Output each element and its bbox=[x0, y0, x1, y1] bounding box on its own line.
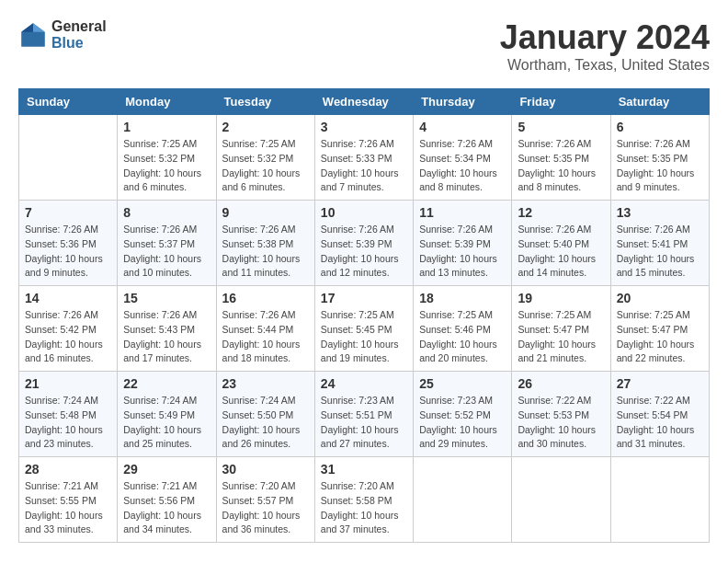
location-title: Wortham, Texas, United States bbox=[500, 57, 710, 74]
table-row: 18Sunrise: 7:25 AMSunset: 5:46 PMDayligh… bbox=[414, 286, 512, 372]
day-number: 3 bbox=[321, 120, 407, 134]
calendar-week-row: 28Sunrise: 7:21 AMSunset: 5:55 PMDayligh… bbox=[19, 457, 710, 543]
table-row: 9Sunrise: 7:26 AMSunset: 5:38 PMDaylight… bbox=[216, 201, 314, 286]
day-number: 22 bbox=[123, 376, 210, 391]
day-number: 23 bbox=[222, 376, 309, 391]
table-row: 4Sunrise: 7:26 AMSunset: 5:34 PMDaylight… bbox=[414, 115, 512, 201]
day-info: Sunrise: 7:23 AMSunset: 5:52 PMDaylight:… bbox=[419, 394, 506, 452]
svg-marker-1 bbox=[33, 23, 45, 32]
day-info: Sunrise: 7:25 AMSunset: 5:32 PMDaylight:… bbox=[222, 137, 309, 195]
day-number: 9 bbox=[222, 205, 309, 220]
day-number: 21 bbox=[25, 376, 111, 391]
table-row bbox=[414, 457, 512, 543]
table-row: 5Sunrise: 7:26 AMSunset: 5:35 PMDaylight… bbox=[512, 115, 610, 201]
day-number: 20 bbox=[617, 291, 703, 305]
day-info: Sunrise: 7:25 AMSunset: 5:32 PMDaylight:… bbox=[123, 137, 210, 195]
svg-marker-2 bbox=[21, 23, 33, 32]
day-number: 14 bbox=[25, 291, 111, 305]
table-row: 21Sunrise: 7:24 AMSunset: 5:48 PMDayligh… bbox=[19, 372, 118, 457]
day-info: Sunrise: 7:26 AMSunset: 5:35 PMDaylight:… bbox=[518, 137, 604, 195]
table-row: 12Sunrise: 7:26 AMSunset: 5:40 PMDayligh… bbox=[512, 201, 610, 286]
table-row: 24Sunrise: 7:23 AMSunset: 5:51 PMDayligh… bbox=[314, 372, 413, 457]
page-header: General Blue January 2024 Wortham, Texas… bbox=[18, 18, 710, 74]
month-title: January 2024 bbox=[500, 18, 710, 57]
day-number: 31 bbox=[321, 462, 407, 477]
table-row: 20Sunrise: 7:25 AMSunset: 5:47 PMDayligh… bbox=[610, 286, 709, 372]
day-info: Sunrise: 7:26 AMSunset: 5:33 PMDaylight:… bbox=[321, 137, 407, 195]
day-number: 11 bbox=[419, 205, 506, 220]
logo-general-text: General bbox=[51, 18, 107, 35]
logo: General Blue bbox=[18, 18, 107, 51]
day-info: Sunrise: 7:24 AMSunset: 5:49 PMDaylight:… bbox=[123, 394, 210, 452]
day-info: Sunrise: 7:26 AMSunset: 5:37 PMDaylight:… bbox=[123, 223, 210, 281]
title-block: January 2024 Wortham, Texas, United Stat… bbox=[500, 18, 710, 74]
day-number: 30 bbox=[222, 462, 309, 477]
table-row: 6Sunrise: 7:26 AMSunset: 5:35 PMDaylight… bbox=[610, 115, 709, 201]
table-row: 23Sunrise: 7:24 AMSunset: 5:50 PMDayligh… bbox=[216, 372, 314, 457]
day-info: Sunrise: 7:26 AMSunset: 5:39 PMDaylight:… bbox=[419, 223, 506, 281]
day-info: Sunrise: 7:26 AMSunset: 5:34 PMDaylight:… bbox=[419, 137, 506, 195]
calendar-week-row: 7Sunrise: 7:26 AMSunset: 5:36 PMDaylight… bbox=[19, 201, 710, 286]
day-number: 26 bbox=[518, 376, 604, 391]
table-row: 17Sunrise: 7:25 AMSunset: 5:45 PMDayligh… bbox=[314, 286, 413, 372]
day-number: 1 bbox=[123, 120, 210, 134]
col-sunday: Sunday bbox=[19, 89, 118, 115]
table-row: 31Sunrise: 7:20 AMSunset: 5:58 PMDayligh… bbox=[314, 457, 413, 543]
day-info: Sunrise: 7:21 AMSunset: 5:55 PMDaylight:… bbox=[25, 479, 111, 537]
table-row: 2Sunrise: 7:25 AMSunset: 5:32 PMDaylight… bbox=[216, 115, 314, 201]
day-number: 10 bbox=[321, 205, 407, 220]
col-wednesday: Wednesday bbox=[314, 89, 413, 115]
day-info: Sunrise: 7:26 AMSunset: 5:39 PMDaylight:… bbox=[321, 223, 407, 281]
table-row: 25Sunrise: 7:23 AMSunset: 5:52 PMDayligh… bbox=[414, 372, 512, 457]
table-row: 13Sunrise: 7:26 AMSunset: 5:41 PMDayligh… bbox=[610, 201, 709, 286]
col-friday: Friday bbox=[512, 89, 610, 115]
day-number: 5 bbox=[518, 120, 604, 134]
day-number: 19 bbox=[518, 291, 604, 305]
table-row bbox=[512, 457, 610, 543]
day-info: Sunrise: 7:24 AMSunset: 5:48 PMDaylight:… bbox=[25, 394, 111, 452]
day-number: 27 bbox=[617, 376, 703, 391]
day-info: Sunrise: 7:20 AMSunset: 5:58 PMDaylight:… bbox=[321, 479, 407, 537]
day-info: Sunrise: 7:24 AMSunset: 5:50 PMDaylight:… bbox=[222, 394, 309, 452]
calendar-week-row: 21Sunrise: 7:24 AMSunset: 5:48 PMDayligh… bbox=[19, 372, 710, 457]
day-info: Sunrise: 7:25 AMSunset: 5:47 PMDaylight:… bbox=[617, 308, 703, 366]
calendar-week-row: 14Sunrise: 7:26 AMSunset: 5:42 PMDayligh… bbox=[19, 286, 710, 372]
col-thursday: Thursday bbox=[414, 89, 512, 115]
day-info: Sunrise: 7:21 AMSunset: 5:56 PMDaylight:… bbox=[123, 479, 210, 537]
day-info: Sunrise: 7:26 AMSunset: 5:42 PMDaylight:… bbox=[25, 308, 111, 366]
table-row: 19Sunrise: 7:25 AMSunset: 5:47 PMDayligh… bbox=[512, 286, 610, 372]
day-number: 15 bbox=[123, 291, 210, 305]
table-row: 30Sunrise: 7:20 AMSunset: 5:57 PMDayligh… bbox=[216, 457, 314, 543]
day-number: 29 bbox=[123, 462, 210, 477]
table-row bbox=[610, 457, 709, 543]
calendar-week-row: 1Sunrise: 7:25 AMSunset: 5:32 PMDaylight… bbox=[19, 115, 710, 201]
logo-icon bbox=[18, 20, 48, 50]
calendar-header-row: Sunday Monday Tuesday Wednesday Thursday… bbox=[19, 89, 710, 115]
day-info: Sunrise: 7:25 AMSunset: 5:45 PMDaylight:… bbox=[321, 308, 407, 366]
day-number: 6 bbox=[617, 120, 703, 134]
table-row: 3Sunrise: 7:26 AMSunset: 5:33 PMDaylight… bbox=[314, 115, 413, 201]
day-number: 24 bbox=[321, 376, 407, 391]
day-number: 28 bbox=[25, 462, 111, 477]
col-saturday: Saturday bbox=[610, 89, 709, 115]
day-number: 8 bbox=[123, 205, 210, 220]
table-row: 27Sunrise: 7:22 AMSunset: 5:54 PMDayligh… bbox=[610, 372, 709, 457]
day-info: Sunrise: 7:22 AMSunset: 5:54 PMDaylight:… bbox=[617, 394, 703, 452]
day-number: 2 bbox=[222, 120, 309, 134]
day-info: Sunrise: 7:26 AMSunset: 5:36 PMDaylight:… bbox=[25, 223, 111, 281]
table-row: 14Sunrise: 7:26 AMSunset: 5:42 PMDayligh… bbox=[19, 286, 118, 372]
day-number: 18 bbox=[419, 291, 506, 305]
table-row: 28Sunrise: 7:21 AMSunset: 5:55 PMDayligh… bbox=[19, 457, 118, 543]
calendar-table: Sunday Monday Tuesday Wednesday Thursday… bbox=[18, 88, 710, 543]
day-info: Sunrise: 7:23 AMSunset: 5:51 PMDaylight:… bbox=[321, 394, 407, 452]
day-number: 4 bbox=[419, 120, 506, 134]
table-row: 16Sunrise: 7:26 AMSunset: 5:44 PMDayligh… bbox=[216, 286, 314, 372]
day-number: 17 bbox=[321, 291, 407, 305]
table-row: 8Sunrise: 7:26 AMSunset: 5:37 PMDaylight… bbox=[118, 201, 216, 286]
day-info: Sunrise: 7:22 AMSunset: 5:53 PMDaylight:… bbox=[518, 394, 604, 452]
day-number: 16 bbox=[222, 291, 309, 305]
table-row: 26Sunrise: 7:22 AMSunset: 5:53 PMDayligh… bbox=[512, 372, 610, 457]
day-info: Sunrise: 7:25 AMSunset: 5:46 PMDaylight:… bbox=[419, 308, 506, 366]
day-info: Sunrise: 7:26 AMSunset: 5:44 PMDaylight:… bbox=[222, 308, 309, 366]
day-number: 13 bbox=[617, 205, 703, 220]
